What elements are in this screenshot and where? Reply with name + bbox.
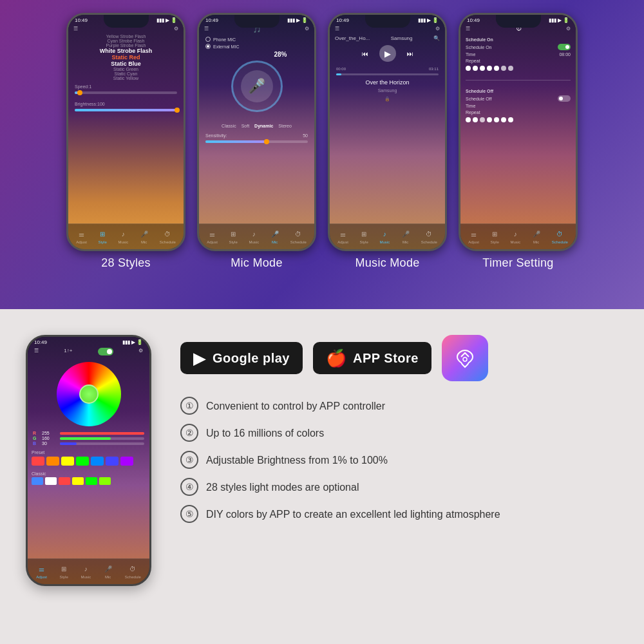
signal-bottom: ▮▮▮ ▶ 🔋 [122, 339, 143, 345]
speed-slider[interactable] [75, 91, 177, 94]
classic-green[interactable] [86, 477, 97, 485]
settings-icon-bottom[interactable]: ⚙ [138, 348, 143, 355]
bottom-phone-frame: 10:49 ▮▮▮ ▶ 🔋 ☰ 1↑+ ⚙ [26, 335, 151, 586]
repeat-label-off: Repeat [466, 110, 480, 115]
classic-red[interactable] [59, 477, 70, 485]
music-icon-mic[interactable]: ♪ Music [249, 230, 259, 244]
menu-icon-mic[interactable]: ☰ [204, 26, 209, 33]
repeat-label-on: Repeat [466, 59, 480, 63]
classic-lime[interactable] [99, 477, 111, 485]
style-icon-bottom[interactable]: ⊞ Style [59, 565, 69, 579]
label-mic: Mic Mode [231, 256, 282, 270]
adjust-icon-styles[interactable]: ⚌ Adjust [76, 230, 87, 244]
menu-icon-styles[interactable]: ☰ [73, 26, 78, 32]
adjust-icon-mic[interactable]: ⚌ Adjust [207, 230, 218, 244]
feature-text-4: 28 styles light modes are optional [206, 478, 359, 495]
feature-text-3: Adjustable Brightness from 1% to 100% [206, 451, 388, 468]
schedule-icon-timer[interactable]: ⏱ Schedule [552, 230, 568, 244]
sensitivity-slider[interactable] [205, 140, 308, 143]
feature-text-2: Up to 16 millions of colors [206, 424, 324, 440]
style-icon-mic[interactable]: ⊞ Style [228, 230, 238, 244]
schedule-on-section: Schedule On Schedule On Time 08:00 Repea… [460, 33, 576, 76]
mic-icon-styles[interactable]: 🎤 Mic [139, 230, 149, 244]
menu-icon-bottom[interactable]: ☰ [34, 348, 39, 355]
time-total: 03:11 [429, 67, 439, 71]
rgb-values: R 255 G 160 B 30 [28, 429, 149, 448]
search-icon-music[interactable]: 🔍 [433, 35, 440, 41]
preset-orange[interactable] [46, 457, 59, 466]
styles-menu: Yellow Strobe Flash Cyan Strobe Flash Pu… [68, 33, 184, 82]
brightness-label: Brightness:100 [75, 102, 177, 106]
schedule-icon-mic[interactable]: ⏱ Schedule [290, 230, 307, 244]
radio-phone-mic[interactable] [205, 37, 211, 42]
r-label: R [33, 431, 39, 435]
feature-3: ③ Adjustable Brightness from 1% to 100% [180, 451, 618, 469]
prev-button[interactable]: ⏮ [359, 47, 372, 60]
screen-mic: 10:49 ▮▮▮ ▶ 🔋 ☰ 🎵 ⚙ Phone MIC [199, 15, 314, 249]
music-icon-timer[interactable]: ♪ Music [510, 230, 520, 244]
color-wheel-center [79, 384, 99, 404]
time-mic: 10:49 [205, 17, 218, 23]
settings-icon-timer[interactable]: ⚙ [566, 26, 571, 32]
mic-icon-mic[interactable]: 🎤 Mic [270, 230, 280, 244]
settings-icon-mic[interactable]: ⚙ [305, 26, 309, 33]
adjust-icon-timer[interactable]: ⚌ Adjust [468, 230, 479, 244]
mic-percent: 28% [274, 51, 287, 58]
preset-red[interactable] [32, 457, 44, 466]
classic-blue[interactable] [32, 477, 43, 485]
schedule-off-toggle[interactable] [558, 95, 571, 102]
preset-yellow[interactable] [61, 457, 74, 466]
style-icon-styles[interactable]: ⊞ Style [97, 230, 108, 244]
next-button[interactable]: ⏭ [404, 47, 417, 60]
brightness-slider[interactable] [75, 109, 177, 111]
mic-icon-music[interactable]: 🎤 Mic [401, 230, 411, 244]
bottom-phone-screen: 10:49 ▮▮▮ ▶ 🔋 ☰ 1↑+ ⚙ [28, 337, 149, 584]
classic-yellow[interactable] [72, 477, 84, 485]
mic-icon: 🎤 [241, 70, 273, 102]
preset-darkblue[interactable] [106, 457, 118, 466]
signal-styles: ▮▮▮ ▶ 🔋 [156, 17, 177, 23]
settings-icon-music[interactable]: ⚙ [435, 26, 440, 32]
schedule-icon-music[interactable]: ⏱ Schedule [421, 230, 437, 244]
time-music: 10:49 [336, 17, 349, 23]
schedule-on-title: Schedule On [466, 37, 493, 42]
mic-icon-bottom[interactable]: 🎤 Mic [103, 565, 113, 579]
menu-icon-music[interactable]: ☰ [335, 26, 339, 32]
screen-timer: 10:49 ▮▮▮ ▶ 🔋 ☰ ⏻ ⚙ Schedule On Schedule [460, 15, 576, 249]
music-icon-music[interactable]: ♪ Music [379, 230, 390, 244]
music-track-bar[interactable] [336, 73, 439, 75]
preset-green[interactable] [76, 457, 89, 466]
play-button[interactable]: ▶ [379, 45, 396, 62]
schedule-on-toggle[interactable] [558, 44, 571, 50]
phone-wrapper-styles: 10:49 ▮▮▮ ▶ 🔋 ☰ ⚙ Yellow Strobe Flash Cy… [66, 13, 185, 270]
music-icon-styles[interactable]: ♪ Music [118, 230, 128, 244]
notch-music [365, 15, 410, 28]
svg-point-0 [463, 357, 467, 361]
adjust-icon-music[interactable]: ⚌ Adjust [337, 230, 348, 244]
screen-styles: 10:49 ▮▮▮ ▶ 🔋 ☰ ⚙ Yellow Strobe Flash Cy… [68, 15, 184, 249]
google-play-button[interactable]: ▶ Google play [180, 342, 303, 374]
settings-icon-styles[interactable]: ⚙ [174, 26, 178, 32]
color-wheel[interactable] [57, 362, 121, 426]
app-store-button[interactable]: 🍎 APP Store [313, 342, 431, 374]
schedule-icon-bottom[interactable]: ⏱ Schedule [125, 565, 141, 579]
feature-text-1: Convenient to control by APP controller [206, 397, 385, 413]
preset-purple[interactable] [120, 457, 133, 466]
preset-blue[interactable] [91, 457, 104, 466]
color-wheel-container [28, 357, 149, 429]
preset-row [32, 457, 146, 466]
classic-white[interactable] [45, 477, 57, 485]
style-icon-timer[interactable]: ⊞ Style [489, 230, 500, 244]
style-icon-music[interactable]: ⊞ Style [359, 230, 369, 244]
schedule-icon-styles[interactable]: ⏱ Schedule [160, 230, 176, 244]
time-label-on: Time [466, 52, 475, 57]
mic-icon-timer[interactable]: 🎤 Mic [531, 230, 542, 244]
menu-icon-timer[interactable]: ☰ [466, 26, 470, 32]
schedule-on-label: Schedule On [466, 45, 491, 50]
schedule-off-title: Schedule Off [466, 89, 493, 93]
adjust-icon-bottom[interactable]: ⚌ Adjust [36, 565, 47, 579]
radio-external-mic[interactable] [205, 44, 211, 49]
music-icon-bottom[interactable]: ♪ Music [80, 565, 91, 579]
info-col: ▶ Google play 🍎 APP Store ① Convenient t… [180, 335, 618, 523]
mic-circle: 🎤 28% [231, 61, 283, 112]
